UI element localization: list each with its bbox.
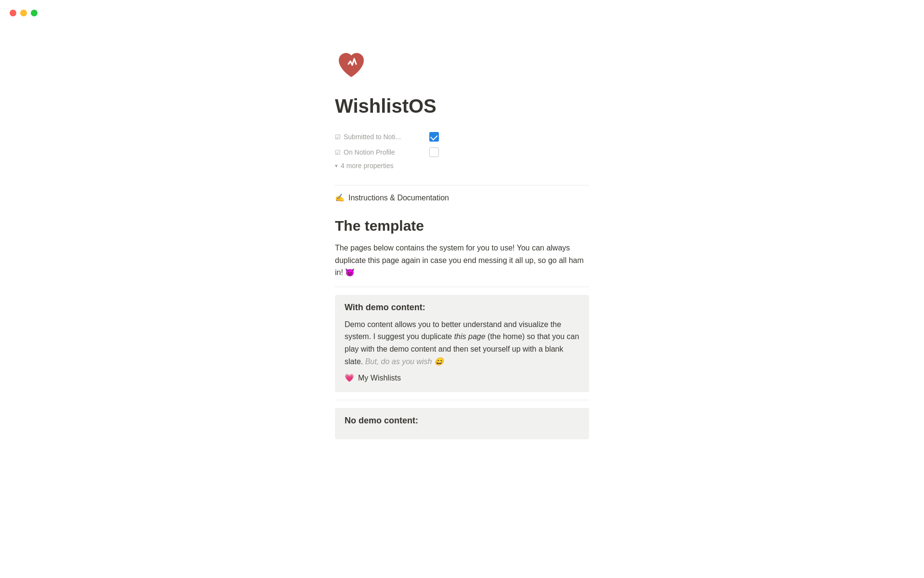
callout-demo-text: Demo content allows you to better unders…	[345, 318, 579, 368]
callout-no-demo-content: No demo content:	[335, 408, 589, 439]
properties-section: ☑ Submitted to Noti... ☑ On Notion Profi…	[335, 129, 589, 171]
template-paragraph-text: The pages below contains the system for …	[335, 244, 584, 276]
minimize-button[interactable]	[20, 10, 27, 16]
callout-demo-text-italic: this page	[454, 332, 486, 341]
instructions-emoji: ✍️	[335, 193, 345, 202]
callout-demo-content: With demo content: Demo content allows y…	[335, 295, 589, 392]
section-divider-2	[335, 400, 589, 400]
property-label-text-1: Submitted to Noti...	[344, 133, 401, 141]
section-divider-1	[335, 287, 589, 287]
properties-divider	[335, 185, 589, 185]
callout-no-demo-heading: No demo content:	[345, 416, 579, 426]
template-paragraph: The pages below contains the system for …	[335, 242, 589, 279]
property-row-notion-profile: ☑ On Notion Profile	[335, 144, 589, 160]
property-label-notion-profile: ☑ On Notion Profile	[335, 148, 422, 156]
template-heading: The template	[335, 218, 589, 234]
more-properties-toggle[interactable]: ▾ 4 more properties	[335, 160, 589, 171]
more-properties-label: 4 more properties	[341, 162, 394, 170]
traffic-lights	[10, 10, 38, 16]
checkbox-icon-2: ☑	[335, 149, 341, 156]
instructions-link[interactable]: ✍️ Instructions & Documentation	[335, 193, 589, 202]
callout-demo-text-gray-italic: But, do as you wish 😄	[363, 357, 444, 366]
maximize-button[interactable]	[31, 10, 38, 16]
my-wishlists-emoji: 💗	[345, 373, 354, 382]
close-button[interactable]	[10, 10, 16, 16]
instructions-label: Instructions & Documentation	[348, 194, 449, 202]
checkbox-icon-1: ☑	[335, 133, 341, 141]
property-label-text-2: On Notion Profile	[344, 148, 395, 156]
page-icon	[335, 48, 589, 83]
page-title: WishlistOS	[335, 94, 589, 118]
chevron-down-icon: ▾	[335, 163, 338, 169]
property-label-submitted: ☑ Submitted to Noti...	[335, 133, 422, 141]
my-wishlists-link[interactable]: 💗 My Wishlists	[345, 371, 579, 384]
checkbox-submitted-checked[interactable]	[429, 132, 439, 142]
main-content: WishlistOS ☑ Submitted to Noti... ☑ On N…	[289, 0, 635, 486]
checkbox-notion-profile-unchecked[interactable]	[429, 147, 439, 157]
callout-demo-heading: With demo content:	[345, 302, 579, 313]
my-wishlists-label: My Wishlists	[358, 374, 401, 382]
property-row-submitted: ☑ Submitted to Noti...	[335, 129, 589, 144]
